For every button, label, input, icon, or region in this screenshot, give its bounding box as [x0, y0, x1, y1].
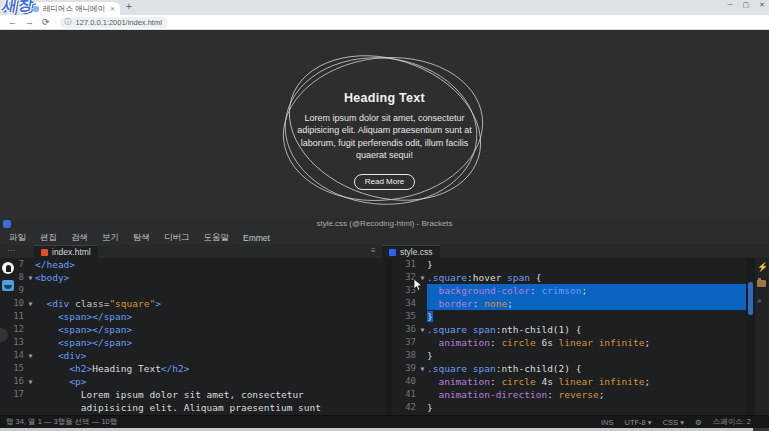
code-text: <h2>Heading Text</h2>: [35, 362, 385, 375]
code-text: .square span:nth-child(1) {: [427, 323, 746, 336]
screenshot-root: 레디어스 애니메이 × + ─ ▢ ✕ 새창 ← → ⟳ ⓘ 127.0.0.1…: [0, 0, 769, 431]
encoding-selector[interactable]: UTF-8 ▾: [625, 418, 652, 427]
code-line[interactable]: 9: [0, 284, 385, 297]
code-text: animation-direction: reverse;: [427, 388, 746, 401]
fold-arrow-icon[interactable]: ▼: [26, 349, 35, 362]
code-line[interactable]: 37 animation: circle 6s linear infinite;: [392, 336, 746, 349]
code-text: <p>: [35, 375, 385, 388]
code-line[interactable]: 34 border: none;: [392, 297, 746, 310]
menu-file[interactable]: 파일: [9, 232, 26, 244]
workingset-menu-icon[interactable]: ≡: [371, 246, 376, 255]
code-token: :: [473, 298, 484, 309]
address-bar[interactable]: ⓘ 127.0.0.1:2001/index.html: [60, 17, 168, 28]
menu-debug[interactable]: 디버그: [164, 232, 190, 244]
code-token: :: [490, 337, 501, 348]
menu-help[interactable]: 도움말: [204, 232, 230, 244]
window-maximize-button[interactable]: ▢: [743, 1, 750, 9]
extension-manager-icon[interactable]: [757, 280, 766, 287]
code-line[interactable]: 35}: [392, 310, 746, 323]
code-line[interactable]: 40 animation: circle 4s linear infinite;: [392, 375, 746, 388]
language-selector[interactable]: CSS ▾: [663, 418, 684, 427]
lightbulb-icon[interactable]: [2, 262, 14, 274]
menu-emmet[interactable]: Emmet: [243, 233, 270, 243]
extension-badge-icon[interactable]: [2, 280, 14, 291]
code-token: :hover: [467, 272, 501, 283]
code-line[interactable]: 14▼ <div>: [0, 349, 385, 362]
fold-gutter: [26, 401, 35, 414]
fold-arrow-icon[interactable]: ▼: [26, 271, 35, 284]
code-line[interactable]: 42}: [392, 401, 746, 414]
workingset-overflow-icon[interactable]: ⋯: [7, 246, 15, 255]
code-token: [427, 376, 438, 387]
code-line[interactable]: 13 <span></span>: [0, 336, 385, 349]
insert-mode-indicator[interactable]: INS: [601, 418, 614, 427]
code-line[interactable]: adipisicing elit. Aliquam praesentium su…: [0, 401, 385, 414]
read-more-button[interactable]: Read More: [354, 174, 416, 190]
code-line[interactable]: 31}: [392, 258, 746, 271]
code-text: [35, 284, 385, 297]
css-editor-pane[interactable]: 31}32▼.square:hover span {33 background-…: [392, 258, 746, 415]
code-token: border: [438, 298, 472, 309]
back-icon[interactable]: ←: [8, 17, 17, 27]
lint-settings-icon[interactable]: ⚙: [695, 418, 702, 427]
forward-icon[interactable]: →: [25, 17, 34, 27]
code-line[interactable]: 33 background-color: crimson;: [392, 284, 746, 297]
code-line[interactable]: 32▼.square:hover span {: [392, 271, 746, 284]
code-token: crimson: [541, 285, 581, 296]
code-text: animation: circle 6s linear infinite;: [427, 336, 746, 349]
browser-tab[interactable]: 레디어스 애니메이 ×: [28, 2, 120, 15]
code-line[interactable]: 8▼<body>: [0, 271, 385, 284]
fold-arrow-icon[interactable]: ▼: [418, 323, 427, 336]
fold-arrow-icon[interactable]: ▼: [26, 375, 35, 388]
code-line[interactable]: 12 <span></span>: [0, 323, 385, 336]
fold-gutter: [26, 323, 35, 336]
line-number: 36: [392, 323, 418, 336]
line-number: 35: [392, 310, 418, 323]
code-line[interactable]: 10▼ <div class="square">: [0, 297, 385, 310]
line-number: 31: [392, 258, 418, 271]
fold-gutter: [26, 258, 35, 271]
html-editor-pane[interactable]: 7</head>8▼<body>910▼ <div class="square"…: [0, 258, 385, 415]
fold-arrow-icon[interactable]: ▼: [418, 362, 427, 375]
new-tab-button[interactable]: +: [126, 1, 132, 12]
window-close-button[interactable]: ✕: [759, 1, 765, 9]
code-token: :nth-child(2): [496, 363, 570, 374]
code-line[interactable]: 15 <h2>Heading Text</h2>: [0, 362, 385, 375]
reload-icon[interactable]: ⟳: [42, 17, 50, 27]
live-preview-icon[interactable]: ⚡: [757, 262, 768, 272]
code-text: background-color: crimson;: [427, 284, 746, 297]
indent-setting[interactable]: 스페이스: 2: [713, 417, 751, 427]
site-info-icon[interactable]: ⓘ: [65, 17, 72, 27]
code-text: </head>: [35, 258, 385, 271]
code-line[interactable]: 16▼ <p>: [0, 375, 385, 388]
code-token: [35, 363, 69, 374]
menu-navigate[interactable]: 탐색: [133, 232, 150, 244]
menu-view[interactable]: 보기: [102, 232, 119, 244]
menu-edit[interactable]: 편집: [40, 232, 57, 244]
code-line[interactable]: 38}: [392, 349, 746, 362]
tab-favicon-icon: [33, 6, 39, 12]
code-line[interactable]: 17 Lorem ipsum dolor sit amet, consectet…: [0, 388, 385, 401]
tab-index-html[interactable]: index.html: [34, 245, 98, 258]
menu-find[interactable]: 검색: [71, 232, 88, 244]
search-tool-icon[interactable]: ⌕: [757, 296, 761, 306]
code-line[interactable]: 39▼.square span:nth-child(2) {: [392, 362, 746, 375]
code-text: <span></span>: [35, 336, 385, 349]
tab-close-icon[interactable]: ×: [110, 4, 115, 13]
code-text: }: [427, 310, 746, 323]
code-line[interactable]: 11 <span></span>: [0, 310, 385, 323]
code-line[interactable]: 7</head>: [0, 258, 385, 271]
code-text: .square:hover span {: [427, 271, 746, 284]
tab-style-css[interactable]: style.css: [382, 245, 440, 258]
code-line[interactable]: 36▼.square span:nth-child(1) {: [392, 323, 746, 336]
line-number: 39: [392, 362, 418, 375]
fold-arrow-icon[interactable]: ▼: [26, 297, 35, 310]
code-token: ;: [507, 298, 513, 309]
code-token: }: [427, 259, 433, 270]
code-token: :nth-child(1): [496, 324, 570, 335]
code-token: linear infinite: [559, 376, 645, 387]
window-minimize-button[interactable]: ─: [728, 1, 733, 9]
pane-divider[interactable]: [385, 258, 392, 415]
code-line[interactable]: 41 animation-direction: reverse;: [392, 388, 746, 401]
fold-gutter: [418, 401, 427, 414]
